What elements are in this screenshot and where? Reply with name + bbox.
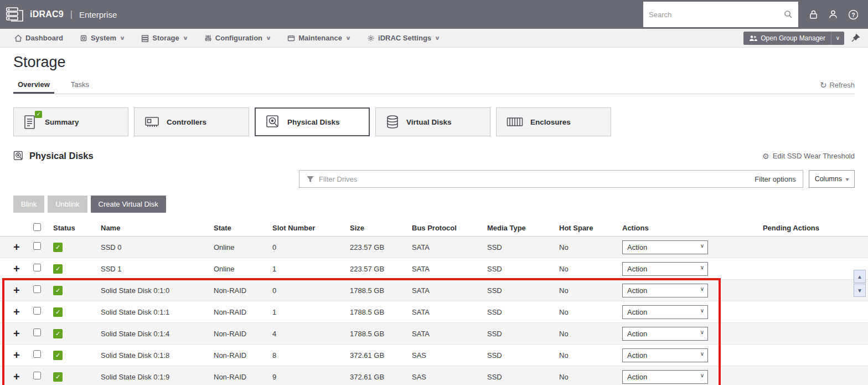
row-action-select[interactable]: Action: [622, 284, 708, 297]
column-header-pending-actions: Pending Actions: [723, 224, 859, 232]
row-checkbox-cell: [33, 307, 53, 317]
nav-item-system[interactable]: System ∨: [80, 34, 125, 42]
nav-item-dashboard[interactable]: Dashboard: [14, 34, 63, 42]
top-header: iDRAC9 | Enterprise: [0, 0, 868, 29]
search-input[interactable]: [649, 11, 784, 19]
user-icon[interactable]: [827, 8, 839, 20]
lock-icon[interactable]: [807, 8, 819, 20]
nav-item-configuration[interactable]: Configuration ∨: [204, 34, 271, 42]
row-action-select[interactable]: Action: [622, 327, 708, 341]
tab-tasks[interactable]: Tasks: [66, 80, 94, 94]
actions-cell: Action: [622, 305, 723, 319]
filter-drives-input[interactable]: [319, 175, 750, 183]
create-virtual-disk-button[interactable]: Create Virtual Disk: [91, 196, 166, 213]
column-header-hot-spare: Hot Spare: [559, 224, 622, 232]
row-checkbox[interactable]: [33, 328, 41, 336]
expand-row-button[interactable]: +: [13, 371, 27, 382]
unblink-button[interactable]: Unblink: [48, 196, 87, 213]
row-checkbox[interactable]: [33, 242, 41, 250]
status-cell: ✓: [53, 351, 101, 360]
disk-hot-spare: No: [559, 286, 622, 295]
filter-options-link[interactable]: Filter options: [755, 175, 795, 183]
card-physical-disks[interactable]: Physical Disks: [255, 107, 370, 136]
row-action-select[interactable]: Action: [622, 348, 708, 362]
disk-state: Non-RAID: [214, 330, 272, 338]
summary-health-ok-icon: ✓: [35, 111, 42, 118]
card-virtual-disks[interactable]: Virtual Disks: [375, 107, 490, 136]
card-summary[interactable]: ✓ Summary: [13, 107, 128, 136]
blink-button[interactable]: Blink: [13, 196, 44, 213]
card-label: Enclosures: [530, 118, 571, 126]
refresh-icon: ↻: [820, 81, 827, 89]
scroll-down-button[interactable]: ▼: [854, 284, 866, 297]
row-checkbox[interactable]: [33, 307, 41, 315]
row-checkbox-cell: [33, 350, 53, 360]
disk-slot-number: 4: [272, 330, 350, 338]
card-enclosures[interactable]: Enclosures: [496, 107, 611, 136]
disk-bus-protocol: SATA: [412, 243, 487, 251]
column-header-media-type: Media Type: [487, 224, 559, 232]
row-action-select[interactable]: Action: [622, 370, 708, 384]
select-all-checkbox[interactable]: [33, 223, 41, 231]
refresh-button[interactable]: ↻ Refresh: [820, 81, 855, 94]
card-label: Physical Disks: [287, 118, 340, 126]
open-group-manager-button[interactable]: Open Group Manager: [743, 32, 831, 45]
page-title: Storage: [13, 52, 855, 72]
open-group-manager-caret-button[interactable]: ∨: [831, 32, 844, 45]
table-row: + ✓ Solid State Disk 0:1:4 Non-RAID 4 17…: [0, 323, 868, 345]
disk-bus-protocol: SAS: [412, 373, 487, 381]
nav-item-idrac-settings[interactable]: iDRAC Settings ∨: [367, 34, 440, 42]
gear-icon: ⚙: [762, 152, 769, 161]
chevron-down-icon: ∨: [435, 35, 441, 41]
maintenance-icon: [287, 34, 295, 42]
status-ok-icon: ✓: [53, 307, 63, 317]
table-row: + ✓ SSD 1 Online 1 223.57 GB SATA SSD No…: [0, 258, 868, 280]
row-checkbox[interactable]: [33, 350, 41, 358]
disk-size: 223.57 GB: [350, 243, 412, 251]
nav-label: Dashboard: [25, 34, 63, 42]
disk-size: 372.61 GB: [350, 373, 412, 381]
disk-size: 1788.5 GB: [350, 330, 412, 338]
edit-ssd-label: Edit SSD Wear Threshold: [773, 152, 855, 160]
columns-dropdown-button[interactable]: Columns ▾: [809, 170, 855, 188]
status-ok-icon: ✓: [53, 243, 63, 252]
table-row: + ✓ Solid State Disk 0:1:9 Non-RAID 9 37…: [0, 366, 868, 385]
edit-ssd-wear-threshold-link[interactable]: ⚙ Edit SSD Wear Threshold: [762, 152, 855, 161]
disk-name: SSD 1: [101, 265, 214, 273]
disk-hot-spare: No: [559, 265, 622, 273]
nav-item-maintenance[interactable]: Maintenance ∨: [287, 34, 350, 42]
expand-row-button[interactable]: +: [13, 242, 27, 253]
disk-size: 372.61 GB: [350, 351, 412, 360]
select-all-cell: [33, 223, 53, 233]
brand: iDRAC9 | Enterprise: [0, 6, 117, 23]
tab-overview[interactable]: Overview: [13, 80, 54, 94]
status-cell: ✓: [53, 286, 101, 295]
expand-row-button[interactable]: +: [13, 285, 27, 296]
expand-row-button[interactable]: +: [13, 350, 27, 361]
disk-state: Non-RAID: [214, 286, 272, 295]
row-checkbox[interactable]: [33, 372, 41, 379]
disk-hot-spare: No: [559, 330, 622, 338]
row-action-select[interactable]: Action: [622, 240, 708, 254]
search-icon[interactable]: [784, 10, 793, 19]
card-controllers[interactable]: Controllers: [134, 107, 249, 136]
disk-state: Non-RAID: [214, 351, 272, 360]
expand-row-button[interactable]: +: [13, 306, 27, 317]
enclosures-icon: [507, 117, 523, 127]
row-action-select[interactable]: Action: [622, 305, 708, 319]
card-label: Virtual Disks: [406, 118, 452, 126]
expand-row-button[interactable]: +: [13, 328, 27, 339]
scroll-up-button[interactable]: ▲: [854, 270, 866, 283]
expand-row-button[interactable]: +: [13, 263, 27, 274]
brand-edition: Enterprise: [79, 10, 117, 19]
nav-item-storage[interactable]: Storage ∨: [141, 34, 188, 42]
disk-bus-protocol: SAS: [412, 351, 487, 360]
pin-icon[interactable]: [851, 33, 860, 43]
disk-name: Solid State Disk 0:1:9: [101, 373, 214, 381]
row-action-select[interactable]: Action: [622, 262, 708, 276]
help-icon[interactable]: ?: [847, 8, 859, 20]
table-row: + ✓ Solid State Disk 0:1:1 Non-RAID 1 17…: [0, 301, 868, 323]
status-cell: ✓: [53, 243, 101, 252]
row-checkbox[interactable]: [33, 264, 41, 271]
row-checkbox[interactable]: [33, 285, 41, 293]
